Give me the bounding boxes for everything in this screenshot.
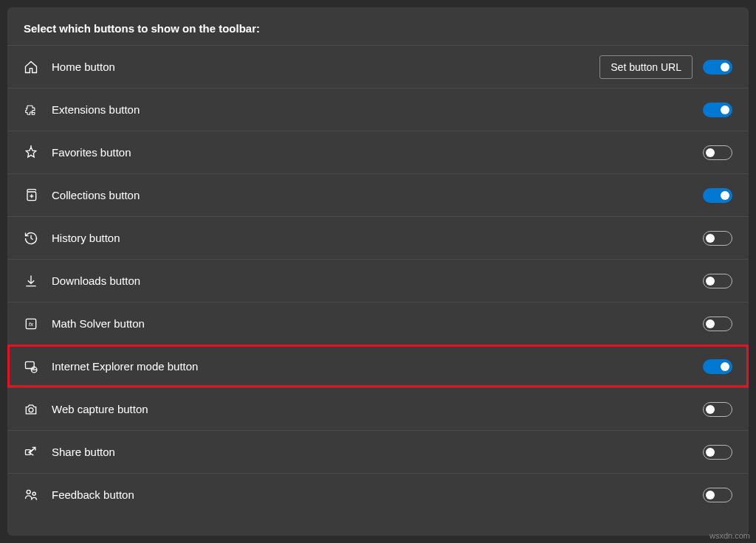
toggle-knob <box>706 491 715 499</box>
row-web-capture: Web capture button <box>7 387 749 430</box>
home-icon <box>24 60 38 75</box>
row-actions <box>703 445 732 460</box>
row-actions <box>703 145 732 160</box>
toggle-knob <box>721 191 729 200</box>
row-extensions: Extensions button <box>7 88 749 131</box>
download-icon <box>24 274 38 288</box>
row-history: History button <box>7 216 749 259</box>
puzzle-icon <box>24 103 38 117</box>
star-icon <box>24 145 38 160</box>
toggle-knob <box>706 448 715 457</box>
toolbar-buttons-panel: Select which buttons to show on the tool… <box>7 7 749 536</box>
toggle-knob <box>706 277 715 286</box>
watermark: wsxdn.com <box>709 531 750 540</box>
svg-point-14 <box>32 492 35 495</box>
svg-point-10 <box>29 407 33 412</box>
feedback-icon <box>24 488 38 502</box>
row-math-solver: fxMath Solver button <box>7 302 749 345</box>
row-share: Share button <box>7 430 749 473</box>
row-label: Extensions button <box>52 103 703 116</box>
row-label: Home button <box>52 60 599 73</box>
row-actions <box>703 274 732 288</box>
toggle-downloads[interactable] <box>703 274 732 288</box>
row-label: Favorites button <box>52 146 703 159</box>
toggle-home[interactable] <box>703 60 732 75</box>
row-label: Collections button <box>52 189 703 201</box>
row-label: Math Solver button <box>52 317 703 330</box>
svg-rect-11 <box>26 449 31 454</box>
row-label: Downloads button <box>52 274 703 287</box>
row-home: Home buttonSet button URL <box>7 45 749 88</box>
row-label: History button <box>52 232 703 244</box>
row-actions <box>703 317 732 331</box>
toggle-math-solver[interactable] <box>703 317 732 331</box>
history-icon <box>24 231 38 246</box>
toggle-knob <box>706 405 715 414</box>
row-actions <box>703 188 732 203</box>
toggle-share[interactable] <box>703 445 732 460</box>
toggle-web-capture[interactable] <box>703 402 732 417</box>
svg-point-13 <box>27 490 30 494</box>
toggle-collections[interactable] <box>703 188 732 203</box>
row-actions: Set button URL <box>599 55 732 79</box>
panel-header: Select which buttons to show on the tool… <box>7 7 749 45</box>
share-icon <box>24 445 38 460</box>
row-feedback: Feedback button <box>7 473 749 516</box>
row-label: Web capture button <box>52 403 703 415</box>
toggle-knob <box>721 362 729 371</box>
toggle-knob <box>721 63 729 72</box>
ie-icon <box>24 359 38 374</box>
collections-icon <box>24 188 38 203</box>
row-label: Internet Explorer mode button <box>52 360 703 373</box>
row-actions <box>703 359 732 374</box>
math-icon: fx <box>24 317 38 331</box>
toggle-history[interactable] <box>703 231 732 246</box>
row-label: Feedback button <box>52 488 703 501</box>
set-button-url-button[interactable]: Set button URL <box>599 55 693 79</box>
camera-icon <box>24 402 38 417</box>
toggle-knob <box>706 148 715 157</box>
toggle-ie-mode[interactable] <box>703 359 732 374</box>
toggle-feedback[interactable] <box>703 488 732 502</box>
svg-text:fx: fx <box>29 320 33 327</box>
row-actions <box>703 488 732 502</box>
toggle-knob <box>706 234 715 243</box>
row-collections: Collections button <box>7 173 749 216</box>
toggle-favorites[interactable] <box>703 145 732 160</box>
row-favorites: Favorites button <box>7 131 749 173</box>
toggle-knob <box>721 106 729 114</box>
rows-container: Home buttonSet button URLExtensions butt… <box>7 45 749 516</box>
toggle-extensions[interactable] <box>703 103 732 117</box>
row-ie-mode: Internet Explorer mode button <box>7 345 749 387</box>
toggle-knob <box>706 319 715 328</box>
row-actions <box>703 231 732 246</box>
row-actions <box>703 402 732 417</box>
svg-line-12 <box>30 447 35 452</box>
row-label: Share button <box>52 446 703 458</box>
row-downloads: Downloads button <box>7 259 749 302</box>
row-actions <box>703 103 732 117</box>
